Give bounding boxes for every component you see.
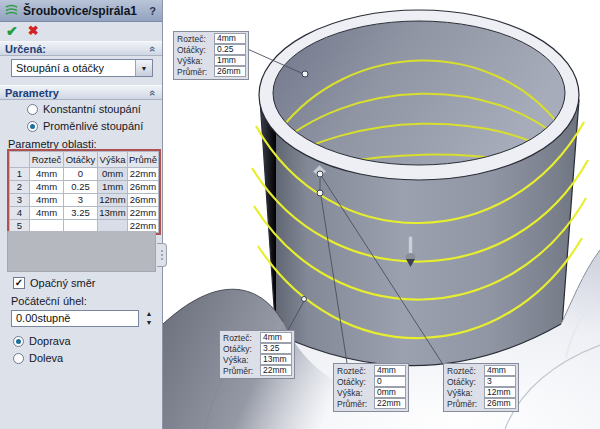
helix-point-marker[interactable] — [302, 71, 308, 77]
table-cell[interactable]: 13mm — [98, 207, 128, 220]
radio-icon[interactable] — [27, 104, 38, 115]
helix-callout[interactable]: Rozteč:4mmOtáčky:3Výška:12mmPrůměr:26mm — [443, 363, 519, 412]
row-number-cell[interactable]: 1 — [10, 168, 30, 181]
callout-row: Výška:0mm — [335, 387, 406, 398]
spinner-up-icon[interactable]: ▲ — [146, 310, 153, 318]
callout-value[interactable]: 4mm — [484, 365, 516, 376]
collapse-chevron-icon[interactable]: « — [147, 45, 159, 51]
start-angle-spinner[interactable]: ▲ ▼ — [143, 310, 155, 327]
table-cell[interactable]: 0 — [64, 168, 98, 181]
table-cell[interactable]: 3 — [64, 194, 98, 207]
section-header-parametry[interactable]: Parametry « — [0, 85, 162, 100]
helix-callout[interactable]: Rozteč:4mmOtáčky:0.25Výška:1mmPrůměr:26m… — [173, 31, 249, 80]
callout-label: Otáčky: — [445, 377, 484, 387]
callout-value[interactable]: 0 — [374, 376, 406, 387]
table-row: 44mm3.2513mm22mm — [10, 207, 159, 220]
section-label-urcena: Určená: — [5, 43, 150, 55]
table-row: 34mm312mm26mm — [10, 194, 159, 207]
callout-row: Výška:13mm — [221, 354, 292, 365]
callout-label: Otáčky: — [175, 45, 214, 55]
callout-value[interactable]: 4mm — [260, 332, 292, 343]
radio-clockwise[interactable]: Doprava — [13, 335, 71, 347]
table-row: 24mm0.251mm26mm — [10, 181, 159, 194]
callout-value[interactable]: 12mm — [484, 387, 516, 398]
radio-counterclockwise-label: Doleva — [29, 352, 63, 364]
panel-resize-grip[interactable] — [157, 243, 167, 267]
callout-label: Výška: — [175, 56, 214, 66]
table-header-cell[interactable]: Rozteč — [30, 152, 64, 168]
table-cell[interactable]: 4mm — [30, 168, 64, 181]
spinner-down-icon[interactable]: ▼ — [146, 319, 153, 327]
callout-row: Výška:12mm — [445, 387, 516, 398]
table-cell[interactable]: 1mm — [98, 181, 128, 194]
section-header-urcena[interactable]: Určená: « — [0, 41, 162, 56]
start-angle-input[interactable]: 0.00stupně — [11, 310, 139, 327]
callout-label: Otáčky: — [221, 344, 260, 354]
callout-value[interactable]: 4mm — [374, 365, 406, 376]
callout-row: Průměr:26mm — [445, 398, 516, 409]
helix-point-marker[interactable] — [317, 190, 323, 196]
callout-value[interactable]: 1mm — [214, 55, 246, 66]
callout-row: Průměr:26mm — [175, 66, 246, 77]
radio-selected-icon[interactable] — [27, 121, 38, 132]
table-header-cell[interactable]: Průmě — [128, 152, 159, 168]
radio-counterclockwise[interactable]: Doleva — [13, 352, 63, 364]
callout-value[interactable]: 22mm — [374, 398, 406, 409]
table-cell[interactable]: 12mm — [98, 194, 128, 207]
pm-action-buttons: ✔ ✖ — [6, 24, 39, 38]
callout-value[interactable]: 4mm — [214, 33, 246, 44]
section-label-parametry: Parametry — [5, 87, 150, 99]
table-cell[interactable]: 4mm — [30, 207, 64, 220]
table-header-cell[interactable] — [10, 152, 30, 168]
callout-value[interactable]: 26mm — [484, 398, 516, 409]
table-cell[interactable]: 22mm — [128, 168, 159, 181]
table-cell[interactable]: 3.25 — [64, 207, 98, 220]
helix-callout[interactable]: Rozteč:4mmOtáčky:3.25Výška:13mmPrůměr:22… — [219, 330, 295, 379]
row-number-cell[interactable]: 3 — [10, 194, 30, 207]
row-number-cell[interactable]: 4 — [10, 207, 30, 220]
radio-constant-pitch[interactable]: Konstantní stoupání — [27, 103, 141, 115]
dropdown-arrow-icon[interactable]: ▼ — [135, 60, 152, 76]
callout-value[interactable]: 13mm — [260, 354, 292, 365]
ok-button[interactable]: ✔ — [6, 24, 18, 38]
callout-row: Průměr:22mm — [221, 365, 292, 376]
region-table[interactable]: RoztečOtáčkyVýškaPrůmě14mm00mm22mm24mm0.… — [9, 151, 159, 233]
helix-point-marker[interactable] — [302, 297, 307, 302]
table-cell[interactable]: 26mm — [128, 194, 159, 207]
region-table-empty-area — [7, 231, 156, 272]
callout-value[interactable]: 3 — [484, 376, 516, 387]
callout-value[interactable]: 22mm — [260, 365, 292, 376]
graphics-viewport[interactable]: Rozteč:4mmOtáčky:0.25Výška:1mmPrůměr:26m… — [163, 0, 600, 429]
table-cell[interactable]: 0.25 — [64, 181, 98, 194]
table-cell[interactable]: 26mm — [128, 181, 159, 194]
table-cell[interactable]: 4mm — [30, 194, 64, 207]
callout-value[interactable]: 0mm — [374, 387, 406, 398]
checkbox-checked-icon[interactable]: ✓ — [13, 277, 25, 289]
callout-row: Otáčky:0 — [335, 376, 406, 387]
help-button[interactable]: ? — [149, 5, 158, 17]
table-cell[interactable]: 0mm — [98, 168, 128, 181]
solidworks-window: Šroubovice/spirála1 ? ✔ ✖ Určená: « Stou… — [0, 0, 600, 429]
table-cell[interactable]: 4mm — [30, 181, 64, 194]
helix-callout[interactable]: Rozteč:4mmOtáčky:0Výška:0mmPrůměr:22mm — [333, 363, 409, 412]
row-number-cell[interactable]: 2 — [10, 181, 30, 194]
table-cell[interactable]: 22mm — [128, 207, 159, 220]
table-header-cell[interactable]: Výška — [98, 152, 128, 168]
radio-icon[interactable] — [13, 353, 24, 364]
table-header-cell[interactable]: Otáčky — [64, 152, 98, 168]
collapse-chevron-icon[interactable]: « — [147, 89, 159, 95]
callout-row: Otáčky:0.25 — [175, 44, 246, 55]
callout-value[interactable]: 0.25 — [214, 44, 246, 55]
callout-row: Rozteč:4mm — [445, 365, 516, 376]
region-table-highlight: RoztečOtáčkyVýškaPrůmě14mm00mm22mm24mm0.… — [7, 149, 161, 235]
cancel-button[interactable]: ✖ — [28, 24, 39, 38]
defined-by-dropdown[interactable]: Stoupání a otáčky ▼ — [11, 59, 153, 77]
callout-row: Otáčky:3.25 — [221, 343, 292, 354]
callout-label: Výška: — [335, 388, 374, 398]
callout-value[interactable]: 3.25 — [260, 343, 292, 354]
reverse-direction-checkbox[interactable]: ✓ Opačný směr — [13, 277, 95, 289]
helix-point-marker[interactable] — [317, 171, 323, 177]
radio-selected-icon[interactable] — [13, 336, 24, 347]
callout-value[interactable]: 26mm — [214, 66, 246, 77]
radio-variable-pitch[interactable]: Proměnlivé stoupání — [27, 120, 143, 132]
